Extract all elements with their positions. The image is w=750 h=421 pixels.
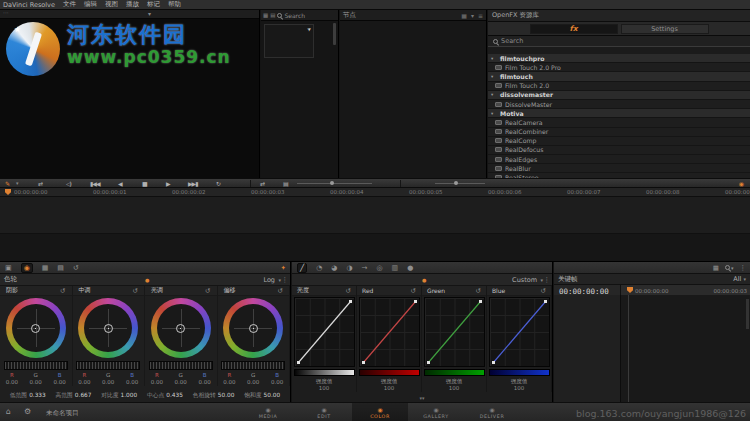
curve-point[interactable] bbox=[297, 361, 300, 364]
wheel-param[interactable]: 中心点0.435 bbox=[147, 391, 183, 400]
viewer-options-icon[interactable]: ··· bbox=[3, 9, 9, 16]
reset-palette-icon[interactable]: ↺ bbox=[73, 264, 79, 272]
collapse-icon[interactable]: ▾▾ bbox=[419, 395, 424, 401]
reset-icon[interactable]: ↺ bbox=[541, 287, 546, 295]
hue-vs-hue-icon[interactable]: ◔ bbox=[316, 264, 322, 272]
timeline-track-area[interactable] bbox=[0, 234, 750, 262]
reset-icon[interactable]: ↺ bbox=[411, 287, 416, 295]
reset-icon[interactable]: ↺ bbox=[278, 287, 283, 295]
speaker-icon[interactable]: ◁) bbox=[66, 179, 71, 188]
kebab-menu-icon[interactable]: ⋮ bbox=[282, 276, 289, 284]
shuffle-icon[interactable]: ⇄ bbox=[38, 179, 43, 188]
openfx-search-input[interactable]: Search bbox=[501, 37, 523, 45]
wheel-center-point[interactable] bbox=[31, 324, 40, 333]
keyframes-scrollbar[interactable] bbox=[746, 299, 749, 329]
wheel-ring[interactable] bbox=[6, 298, 66, 358]
menu-item[interactable]: 视图 bbox=[105, 0, 118, 9]
media-pool-scrollbar[interactable] bbox=[333, 23, 336, 45]
tab-settings[interactable]: Settings bbox=[621, 24, 709, 34]
home-icon[interactable]: ⌂ bbox=[6, 407, 11, 416]
clip-icon[interactable]: ▤ bbox=[283, 179, 289, 188]
curve-point[interactable] bbox=[349, 300, 352, 303]
menu-item[interactable]: 帮助 bbox=[168, 0, 181, 9]
play-button[interactable]: ▶ bbox=[166, 179, 171, 188]
page-media[interactable]: ◉MEDIA bbox=[240, 403, 296, 421]
proxy-slider[interactable] bbox=[435, 183, 485, 184]
wheel-ring[interactable] bbox=[151, 298, 211, 358]
fx-plugin-row[interactable]: RealCamera bbox=[488, 118, 750, 127]
master-wheel[interactable] bbox=[149, 361, 213, 370]
list-view-icon[interactable]: ▤ bbox=[270, 12, 275, 18]
chevron-down-icon[interactable]: ▾ bbox=[148, 10, 151, 18]
reset-icon[interactable]: ↺ bbox=[476, 287, 481, 295]
wheel-param[interactable]: 色相旋转50.00 bbox=[193, 391, 235, 400]
curve-point[interactable] bbox=[414, 300, 417, 303]
wheel-param[interactable]: 高范围0.667 bbox=[55, 391, 91, 400]
curve-point[interactable] bbox=[479, 300, 482, 303]
step-back-button[interactable]: ◀ bbox=[118, 179, 123, 188]
node-grid-icon[interactable]: ▦ bbox=[461, 12, 467, 19]
gear-icon[interactable]: ⚙ bbox=[24, 407, 31, 416]
page-edit[interactable]: ◉EDIT bbox=[296, 403, 352, 421]
wheel-ring[interactable] bbox=[223, 298, 283, 358]
hamburger-menu-icon[interactable]: ≡ bbox=[478, 12, 483, 19]
openfx-search[interactable]: Search bbox=[488, 36, 750, 47]
fx-plugin-row[interactable]: Film Touch 2.0 bbox=[488, 82, 750, 91]
curve-graph[interactable] bbox=[424, 297, 485, 367]
curve-graph[interactable] bbox=[294, 297, 355, 367]
fx-group-row[interactable]: ▾filmtouchpro bbox=[488, 54, 750, 63]
master-wheel[interactable] bbox=[76, 361, 140, 370]
timeline-clip-area[interactable] bbox=[0, 197, 750, 234]
hue-vs-sat-icon[interactable]: ◕ bbox=[331, 264, 337, 272]
curve-point-icon[interactable]: ● bbox=[407, 264, 413, 272]
timeline-ruler[interactable]: 00:00:00:0000:00:00:0100:00:00:0200:00:0… bbox=[0, 188, 750, 197]
fx-plugin-row[interactable]: DissolveMaster bbox=[488, 100, 750, 109]
media-thumbnail[interactable] bbox=[264, 24, 314, 58]
keyframe-filter-dropdown[interactable]: All ▾ bbox=[733, 275, 746, 283]
jump-end-button[interactable]: ▶▶▮ bbox=[188, 179, 198, 188]
reset-icon[interactable]: ↺ bbox=[346, 287, 351, 295]
grid-view-icon[interactable]: ▦ bbox=[263, 12, 268, 18]
menu-item[interactable]: 标记 bbox=[147, 0, 160, 9]
cache-indicator-icon[interactable]: ◉ bbox=[739, 179, 744, 188]
keyframe-grid-icon[interactable]: ▦ bbox=[713, 264, 719, 272]
media-search-input[interactable]: Search bbox=[284, 12, 305, 19]
keyframes-playhead-marker[interactable] bbox=[627, 287, 633, 293]
curve-preset-icon[interactable]: ▥ bbox=[392, 264, 399, 272]
fx-group-row[interactable]: ▾filmtouch bbox=[488, 72, 750, 81]
fx-plugin-row[interactable]: Film Touch 2.0 Pro bbox=[488, 63, 750, 72]
curve-point[interactable] bbox=[362, 361, 365, 364]
lum-vs-sat-icon[interactable]: → bbox=[362, 264, 368, 272]
curve-point[interactable] bbox=[544, 300, 547, 303]
master-wheel[interactable] bbox=[221, 361, 285, 370]
wheel-param[interactable]: 低范围0.333 bbox=[10, 391, 46, 400]
fx-plugin-row[interactable]: RealEdges bbox=[488, 155, 750, 164]
fx-plugin-row[interactable]: RealComp bbox=[488, 137, 750, 146]
auto-color-icon[interactable]: ✦ bbox=[281, 264, 286, 272]
wheel-ring[interactable] bbox=[78, 298, 138, 358]
playhead-marker[interactable] bbox=[5, 189, 11, 195]
curve-point[interactable] bbox=[427, 361, 430, 364]
wheel-center-point[interactable] bbox=[104, 324, 113, 333]
custom-curve-icon[interactable]: ╱ bbox=[297, 263, 307, 273]
menu-item[interactable]: 编辑 bbox=[84, 0, 97, 9]
loop-button[interactable]: ↻ bbox=[216, 179, 221, 188]
wheel-center-point[interactable] bbox=[249, 324, 258, 333]
fx-plugin-row[interactable]: RealDefocus bbox=[488, 146, 750, 155]
fx-plugin-row[interactable]: RealBlur bbox=[488, 164, 750, 173]
motion-effects-icon[interactable]: ▤ bbox=[57, 264, 64, 272]
reset-icon[interactable]: ↺ bbox=[60, 287, 65, 295]
jump-start-button[interactable]: ▮◀◀ bbox=[90, 179, 100, 188]
zoom-slider[interactable] bbox=[297, 183, 372, 184]
color-wheels-icon[interactable]: ◉ bbox=[21, 263, 33, 273]
keyframes-track-area[interactable] bbox=[554, 295, 750, 402]
tab-library[interactable]: fx bbox=[530, 24, 618, 34]
chevron-down-icon[interactable]: ▾ bbox=[16, 179, 19, 188]
page-color[interactable]: ◉COLOR bbox=[352, 403, 408, 421]
curve-graph[interactable] bbox=[489, 297, 550, 367]
page-deliver[interactable]: ◉DELIVER bbox=[464, 403, 520, 421]
menu-item[interactable]: 播放 bbox=[126, 0, 139, 9]
stop-button[interactable]: ■ bbox=[142, 179, 148, 188]
fx-group-row[interactable]: ▾dissolvemaster bbox=[488, 91, 750, 100]
kebab-menu-icon[interactable]: ⋮ bbox=[544, 276, 551, 284]
